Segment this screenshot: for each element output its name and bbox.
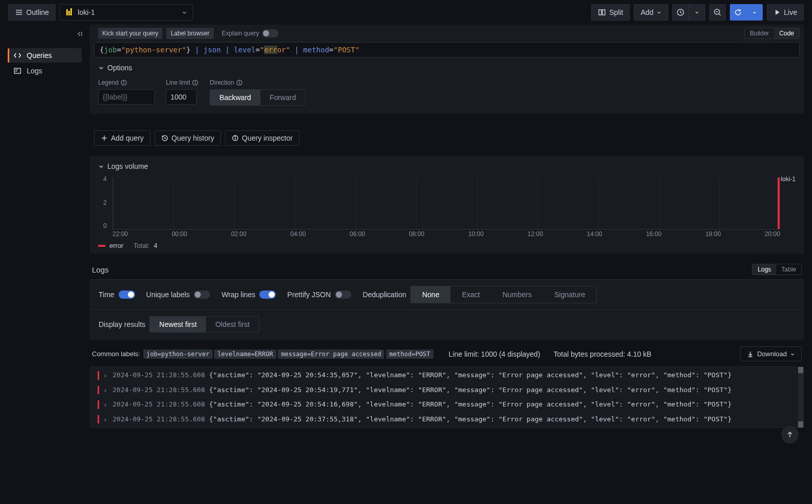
label-browser-button[interactable]: Label browser: [166, 28, 213, 39]
legend-total-label: Total:: [134, 242, 149, 249]
order-newest[interactable]: Newest first: [150, 317, 206, 332]
code-icon: [13, 51, 22, 60]
run-query-button[interactable]: [730, 4, 746, 21]
svg-rect-14: [14, 68, 21, 73]
direction-forward[interactable]: Forward: [260, 90, 305, 105]
datasource-picker[interactable]: loki-1: [60, 4, 193, 21]
expand-row-button[interactable]: ›: [103, 414, 108, 425]
add-query-button[interactable]: Add query: [94, 130, 150, 146]
play-icon: [773, 9, 781, 16]
info-icon[interactable]: [236, 80, 242, 86]
dedup-numbers[interactable]: Numbers: [491, 286, 543, 303]
expand-row-button[interactable]: ›: [103, 385, 108, 396]
query-inspector-button[interactable]: Query inspector: [225, 130, 299, 146]
time-picker-dropdown[interactable]: [689, 4, 705, 21]
prettify-json-toggle[interactable]: [335, 290, 351, 299]
download-label: Download: [757, 350, 787, 358]
sidebar-item-label: Logs: [27, 67, 42, 75]
info-icon[interactable]: [192, 80, 198, 86]
expand-row-button[interactable]: ›: [103, 370, 108, 381]
download-button[interactable]: Download: [740, 346, 802, 361]
editor-mode-toggle[interactable]: Builder Code: [744, 28, 800, 39]
logs-view-toggle[interactable]: Logs Table: [752, 264, 802, 275]
kick-start-button[interactable]: Kick start your query: [98, 28, 162, 39]
query-history-button[interactable]: Query history: [155, 130, 221, 146]
mode-builder[interactable]: Builder: [745, 28, 774, 38]
direction-backward[interactable]: Backward: [210, 90, 260, 105]
scroll-to-top-button[interactable]: [781, 426, 799, 443]
dedup-label: Deduplication: [363, 290, 406, 299]
logs-view-table[interactable]: Table: [776, 264, 801, 275]
common-label-chip[interactable]: job=python-server: [143, 350, 213, 359]
order-toggle[interactable]: Newest first Oldest first: [149, 316, 259, 333]
logs-volume-chart[interactable]: loki-1 4 2 0 22:0000:0002:0004:0006:0008…: [98, 176, 796, 240]
legend-input[interactable]: [98, 89, 155, 105]
mode-code[interactable]: Code: [774, 28, 799, 38]
log-message: {"asctime": "2024-09-25 20:54:35,057", "…: [209, 370, 796, 380]
time-toggle-label: Time: [99, 290, 115, 299]
add-button[interactable]: Add: [634, 4, 668, 21]
log-message: {"asctime": "2024-09-25 20:37:55,318", "…: [209, 414, 796, 424]
log-timestamp: 2024-09-25 21:28:55.608: [112, 370, 205, 380]
log-row[interactable]: ›2024-09-25 21:28:55.608{"asctime": "202…: [98, 412, 796, 427]
sidebar-item-queries[interactable]: Queries: [8, 48, 82, 63]
order-oldest[interactable]: Oldest first: [206, 317, 259, 332]
bytes-label: Total bytes processed:: [554, 350, 625, 358]
logs-volume-title: Logs volume: [107, 162, 148, 170]
wrap-lines-toggle[interactable]: [259, 290, 276, 299]
log-row[interactable]: ›2024-09-25 21:28:55.608{"asctime": "202…: [98, 397, 796, 412]
sidebar-item-logs[interactable]: Logs: [8, 64, 82, 78]
display-results-label: Display results: [99, 320, 145, 328]
logs-volume-panel: Logs volume loki-1 4 2 0 22:0000:0002:00…: [90, 156, 804, 254]
unique-labels-toggle[interactable]: [194, 290, 210, 299]
zoom-out-icon: [713, 8, 722, 16]
x-tick: 08:00: [409, 230, 424, 240]
linelimit-label: Line limit: [166, 79, 190, 86]
x-tick: 04:00: [290, 230, 306, 240]
dedup-none[interactable]: None: [411, 286, 450, 303]
info-icon[interactable]: [121, 80, 127, 86]
svg-point-25: [239, 81, 239, 82]
common-label-chip[interactable]: method=POST: [386, 350, 433, 359]
time-toggle[interactable]: [119, 290, 135, 299]
svg-line-10: [719, 14, 721, 15]
explain-query-toggle[interactable]: [262, 29, 278, 37]
svg-point-22: [195, 81, 196, 82]
outline-button[interactable]: Outline: [8, 4, 55, 21]
chart-series-label: loki-1: [781, 176, 796, 183]
options-toggle[interactable]: Options: [90, 57, 804, 75]
expand-row-button[interactable]: ›: [103, 399, 108, 410]
dedup-signature[interactable]: Signature: [543, 286, 596, 303]
dedup-toggle[interactable]: None Exact Numbers Signature: [410, 286, 597, 303]
collapse-sidebar-button[interactable]: [75, 30, 84, 38]
scrollbar[interactable]: [798, 367, 803, 428]
zoom-out-button[interactable]: [709, 4, 726, 21]
x-tick: 18:00: [705, 230, 721, 240]
query-inspector-label: Query inspector: [242, 134, 293, 142]
log-row[interactable]: ›2024-09-25 21:28:55.608{"asctime": "202…: [98, 383, 796, 398]
direction-toggle[interactable]: Backward Forward: [210, 89, 306, 106]
run-query-dropdown[interactable]: [746, 4, 763, 21]
query-panel: Kick start your query Label browser Expl…: [90, 25, 804, 114]
query-code-editor[interactable]: {job="python-server"} | json | level="er…: [94, 42, 800, 57]
collapse-icon: [75, 30, 84, 38]
log-row[interactable]: ›2024-09-25 21:28:55.608{"asctime": "202…: [98, 368, 796, 383]
split-button[interactable]: Split: [591, 4, 630, 21]
clock-icon: [676, 8, 685, 16]
logs-volume-toggle[interactable]: Logs volume: [98, 162, 796, 170]
dedup-exact[interactable]: Exact: [450, 286, 491, 303]
x-axis: 22:0000:0002:0004:0006:0008:0010:0012:00…: [112, 230, 780, 240]
live-button[interactable]: Live: [767, 4, 804, 21]
log-timestamp: 2024-09-25 21:28:55.608: [112, 399, 205, 410]
common-label-chip[interactable]: message=Error page accessed: [278, 350, 384, 359]
logs-title: Logs: [92, 265, 109, 274]
legend-total-value: 4: [154, 242, 157, 249]
logs-view-logs[interactable]: Logs: [752, 264, 776, 275]
time-picker-button[interactable]: [672, 4, 689, 21]
chevron-down-icon: [181, 9, 187, 15]
x-tick: 00:00: [172, 230, 187, 240]
linelimit-input[interactable]: [166, 89, 197, 105]
svg-point-19: [124, 81, 124, 82]
x-tick: 02:00: [231, 230, 247, 240]
common-label-chip[interactable]: levelname=ERROR: [214, 350, 276, 359]
